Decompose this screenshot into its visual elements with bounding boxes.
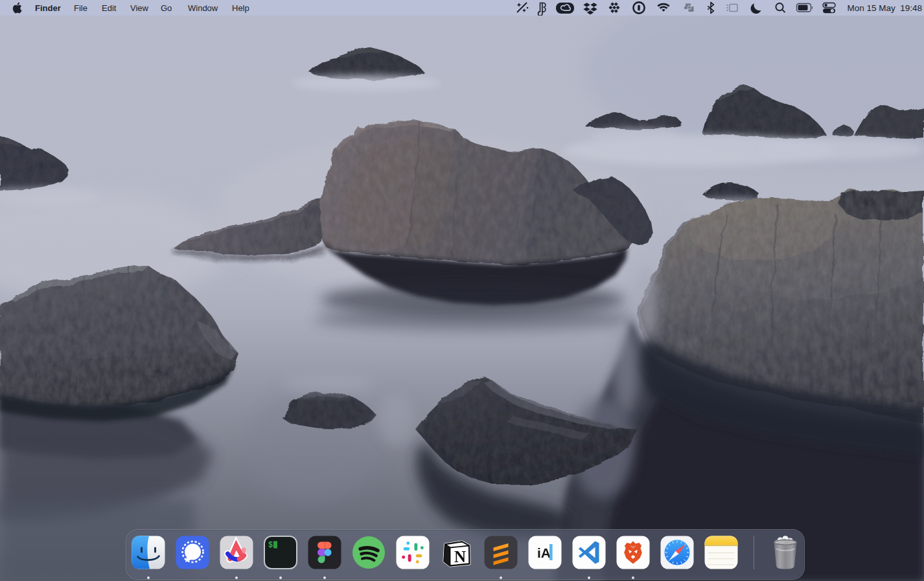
svg-text:iA: iA: [537, 545, 551, 560]
svg-text:$: $: [268, 541, 273, 550]
svg-text:N: N: [454, 548, 466, 565]
